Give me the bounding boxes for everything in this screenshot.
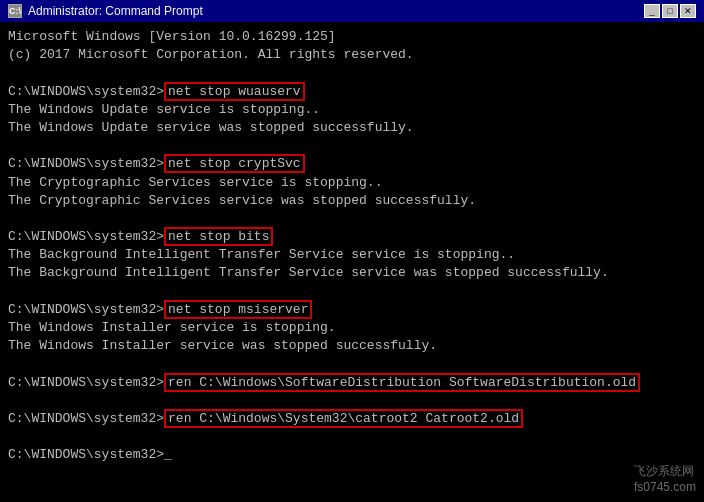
prompt-text: C:\WINDOWS\system32> xyxy=(8,84,164,99)
command-text: net stop bits xyxy=(164,227,273,246)
command-line: C:\WINDOWS\system32>net stop bits xyxy=(8,228,696,246)
command-line: C:\WINDOWS\system32>net stop wuauserv xyxy=(8,83,696,101)
prompt-text: C:\WINDOWS\system32> xyxy=(8,229,164,244)
terminal-line: The Windows Update service was stopped s… xyxy=(8,119,696,137)
terminal-line: The Windows Installer service was stoppe… xyxy=(8,337,696,355)
prompt-text: C:\WINDOWS\system32> xyxy=(8,156,164,171)
command-line: C:\WINDOWS\system32>ren C:\Windows\Softw… xyxy=(8,374,696,392)
terminal-line: The Cryptographic Services service was s… xyxy=(8,192,696,210)
cursor: _ xyxy=(164,447,172,462)
command-text: ren C:\Windows\System32\catroot2 Catroot… xyxy=(164,409,523,428)
title-bar-text: Administrator: Command Prompt xyxy=(28,4,638,18)
prompt-line: C:\WINDOWS\system32>_ xyxy=(8,446,696,464)
terminal-line: The Cryptographic Services service is st… xyxy=(8,174,696,192)
command-text: net stop cryptSvc xyxy=(164,154,305,173)
terminal-line: (c) 2017 Microsoft Corporation. All righ… xyxy=(8,46,696,64)
command-text: ren C:\Windows\SoftwareDistribution Soft… xyxy=(164,373,640,392)
maximize-button[interactable]: □ xyxy=(662,4,678,18)
command-line: C:\WINDOWS\system32>net stop msiserver xyxy=(8,301,696,319)
empty-line xyxy=(8,355,696,373)
title-bar: C:\ Administrator: Command Prompt _ □ ✕ xyxy=(0,0,704,22)
terminal: Microsoft Windows [Version 10.0.16299.12… xyxy=(0,22,704,502)
title-bar-icon: C:\ xyxy=(8,4,22,18)
prompt-text: C:\WINDOWS\system32> xyxy=(8,447,164,462)
terminal-line: The Background Intelligent Transfer Serv… xyxy=(8,264,696,282)
empty-line xyxy=(8,137,696,155)
command-text: net stop msiserver xyxy=(164,300,312,319)
prompt-text: C:\WINDOWS\system32> xyxy=(8,375,164,390)
terminal-line: The Windows Update service is stopping.. xyxy=(8,101,696,119)
minimize-button[interactable]: _ xyxy=(644,4,660,18)
command-line: C:\WINDOWS\system32>net stop cryptSvc xyxy=(8,155,696,173)
terminal-line: Microsoft Windows [Version 10.0.16299.12… xyxy=(8,28,696,46)
empty-line xyxy=(8,283,696,301)
prompt-text: C:\WINDOWS\system32> xyxy=(8,411,164,426)
command-text: net stop wuauserv xyxy=(164,82,305,101)
title-bar-controls: _ □ ✕ xyxy=(644,4,696,18)
prompt-text: C:\WINDOWS\system32> xyxy=(8,302,164,317)
empty-line xyxy=(8,64,696,82)
terminal-line: The Background Intelligent Transfer Serv… xyxy=(8,246,696,264)
empty-line xyxy=(8,392,696,410)
command-line: C:\WINDOWS\system32>ren C:\Windows\Syste… xyxy=(8,410,696,428)
empty-line xyxy=(8,210,696,228)
terminal-line: The Windows Installer service is stoppin… xyxy=(8,319,696,337)
watermark: 飞沙系统网fs0745.com xyxy=(634,463,696,494)
empty-line xyxy=(8,428,696,446)
close-button[interactable]: ✕ xyxy=(680,4,696,18)
